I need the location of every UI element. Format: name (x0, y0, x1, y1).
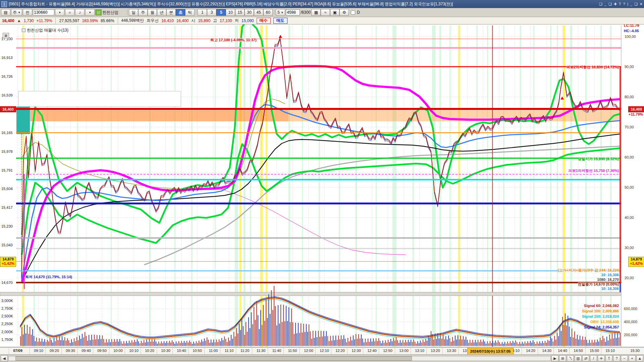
grid-icon[interactable]: ⊞ (559, 355, 566, 362)
interval-select[interactable]: 5 ▼ (276, 9, 285, 16)
volume-bar (369, 342, 370, 346)
interval-button-45[interactable]: 45 (254, 9, 263, 16)
restore-icon[interactable]: ❏ (599, 2, 602, 6)
minimize-icon[interactable]: _ (604, 2, 606, 6)
volume-bar (419, 343, 419, 346)
maximize-window-icon[interactable]: ❏ (634, 2, 638, 6)
volume-bar (546, 343, 547, 346)
time-tick-label: 10:50 (193, 349, 202, 353)
volume-bar (106, 339, 107, 346)
help-icon[interactable]: ? (613, 355, 620, 362)
trade-amount: 446,598백만 (121, 18, 144, 23)
volume-bar (554, 336, 555, 346)
speaker-dropdown-arrow[interactable]: ▼ (85, 9, 95, 16)
prev-button[interactable]: 전 (23, 9, 32, 16)
period-button-틱[interactable]: 틱 (185, 9, 195, 16)
current-price-tag: 16,400 (0, 106, 16, 112)
period-button-분[interactable]: 분 (166, 9, 176, 16)
bar-chart-icon[interactable]: ▥ (575, 355, 582, 362)
interval-button-10[interactable]: 10 (226, 9, 235, 16)
interval-button-60[interactable]: 60 (263, 9, 273, 16)
interval-button-15[interactable]: 15 (235, 9, 245, 16)
volume-bar (486, 344, 486, 346)
bar-position-input[interactable] (286, 9, 300, 15)
compare-icon[interactable]: ⇄ (582, 355, 589, 362)
volume-bar (40, 342, 41, 346)
volume-bar (578, 340, 579, 346)
volume-bar (385, 340, 386, 346)
sell-button[interactable]: 매도 (273, 18, 287, 24)
period-button-일[interactable]: 일 (129, 9, 138, 16)
volume-bar (314, 338, 315, 346)
close-window-icon[interactable]: ✕ (640, 2, 643, 6)
buy-button[interactable]: 매수 (257, 18, 271, 24)
scroll-up-icon[interactable]: ▲ (636, 355, 643, 362)
time-tick-label: 10:30 (161, 349, 170, 353)
legend-checkbox-icon[interactable] (22, 28, 25, 32)
market-type-dropdown[interactable]: 주 ▼ (11, 9, 22, 16)
interval-button-3[interactable]: 3 (207, 9, 216, 16)
stock-code-input[interactable] (33, 9, 54, 15)
zoom-out-icon[interactable]: − (621, 355, 628, 362)
volume-bar (547, 340, 548, 346)
volume-bar (134, 340, 135, 346)
popout-icon[interactable]: ❏ (608, 2, 612, 6)
time-tick-label: 15:30 (630, 349, 640, 353)
volume-bar (62, 337, 62, 346)
chart-canvas[interactable] (0, 0, 644, 362)
volume-bar (115, 342, 116, 346)
volume-bar (295, 323, 296, 346)
volume-bar (508, 343, 509, 346)
profile-tool-icon[interactable]: ▦ (3, 33, 9, 38)
period-button-주[interactable]: 주 (138, 9, 148, 16)
volume-bar (564, 325, 564, 346)
scroll-right-icon[interactable]: ▶ (551, 355, 558, 362)
help-icon[interactable]: ? (623, 2, 625, 6)
time-tick-label: 13:30 (447, 349, 456, 353)
trendline-icon[interactable]: / (590, 355, 597, 362)
volume-bar (349, 341, 350, 346)
volume-bar (70, 343, 70, 346)
volume-bar (51, 340, 52, 346)
period-button-월[interactable]: 월 (148, 9, 157, 16)
add-line-icon[interactable]: ≈ (321, 9, 330, 16)
speaker-icon[interactable]: ♪ (75, 9, 85, 16)
zoom-in-icon[interactable]: + (629, 355, 636, 362)
time-tick-label: 14:40 (558, 349, 567, 353)
code-dropdown-arrow[interactable]: ▼ (55, 9, 64, 16)
period-button-초[interactable]: 초 (176, 9, 185, 16)
text-tool-icon[interactable]: T (605, 355, 612, 362)
scrollbar-thumb[interactable] (15, 356, 412, 361)
chart-legend[interactable]: 한전산업 매물대 수(13) (21, 27, 69, 33)
interval-button-5[interactable]: 5 (216, 9, 226, 16)
volume-bar (535, 344, 536, 346)
line-chart-icon[interactable]: 〽 (567, 355, 574, 362)
pin-icon[interactable]: ✚ (614, 2, 617, 6)
search-icon[interactable]: ⌕ (65, 9, 74, 16)
time-tick-label: 09:20 (50, 349, 59, 353)
volume-bar (393, 338, 394, 346)
d-checkbox[interactable] (351, 10, 355, 15)
time-tick-label: 11:30 (257, 349, 266, 353)
time-tick-label: 09:50 (97, 349, 107, 353)
save-icon[interactable]: ▣ (330, 9, 339, 16)
scroll-left-icon[interactable]: ◀ (1, 355, 8, 362)
interval-button-30[interactable]: 30 (245, 9, 254, 16)
time-tick-label: 15:10 (605, 349, 615, 353)
add-candle-icon[interactable]: ▦ (311, 9, 321, 16)
settings-gear-icon[interactable]: ⚙ (339, 9, 349, 16)
time-tick-label: 11:00 (209, 349, 218, 353)
period-button-년[interactable]: 년 (157, 9, 166, 16)
volume-bar (519, 342, 520, 346)
volume-axis-label: 2,500K (1, 314, 13, 318)
volume-ratio: 163.59% (82, 18, 98, 23)
volume-bar (601, 340, 602, 346)
crosshair-icon[interactable]: ✛ (598, 355, 605, 362)
volume-bar (243, 326, 244, 346)
chart-scrollbar[interactable] (8, 356, 551, 361)
interval-button-1[interactable]: 1 (198, 9, 207, 16)
volume-bar (231, 335, 231, 346)
chart-window-icon[interactable]: ▤ (1, 9, 10, 16)
minimize-window-icon[interactable]: _ (630, 2, 632, 6)
text-size-icon[interactable]: T (619, 2, 621, 6)
